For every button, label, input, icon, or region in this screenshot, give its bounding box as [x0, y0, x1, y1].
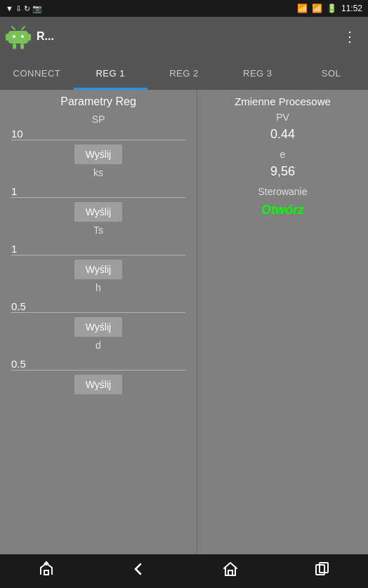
e-value: 9,56 [206, 164, 360, 179]
h-value: 0.5 [11, 300, 185, 312]
tab-reg2[interactable]: REG 2 [147, 56, 221, 90]
bluetooth-icon: 📶 [297, 4, 308, 13]
e-label: e [206, 149, 360, 160]
left-panel-title: Parametry Reg [11, 95, 185, 108]
notification-icons: ▼ ⇩ ↻ 📷 [6, 4, 42, 13]
ks-send-button[interactable]: Wyślij [74, 202, 122, 222]
status-bar: ▼ ⇩ ↻ 📷 📶 📶 🔋 11:52 [0, 0, 368, 17]
svg-rect-8 [20, 44, 24, 49]
svg-line-4 [22, 27, 25, 29]
svg-rect-0 [8, 31, 28, 44]
d-value: 0.5 [11, 358, 185, 370]
tab-bar: CONNECT REG 1 REG 2 REG 3 SOL [0, 56, 368, 90]
right-panel-title: Zmienne Procesowe [206, 95, 360, 107]
d-send-button[interactable]: Wyślij [74, 375, 122, 394]
svg-rect-7 [13, 44, 16, 49]
svg-rect-9 [44, 570, 48, 575]
sp-input-line [11, 140, 185, 140]
param-h: 0.5 Wyślij d [11, 300, 185, 351]
sp-label: SP [11, 114, 185, 125]
status-bar-right: 📶 📶 🔋 11:52 [297, 4, 362, 13]
clock: 11:52 [341, 4, 362, 13]
app-title: R... [37, 30, 54, 43]
h-label: h [11, 282, 185, 293]
svg-point-1 [13, 35, 15, 38]
tab-sol[interactable]: SOL [294, 56, 368, 90]
ts-send-button[interactable]: Wyślij [74, 260, 122, 279]
svg-rect-5 [6, 34, 9, 41]
nav-recents-icon[interactable] [308, 555, 336, 587]
svg-line-3 [12, 27, 15, 29]
pv-label: PV [206, 112, 360, 123]
ks-input-line [11, 197, 185, 198]
ts-label: Ts [11, 225, 185, 236]
otwórz-link[interactable]: Otwórz [206, 203, 360, 218]
svg-rect-11 [228, 570, 232, 575]
h-input-line [11, 312, 185, 313]
bottom-nav [0, 554, 368, 588]
main-content: Parametry Reg SP 10 Wyślij ks 1 Wyślij T… [0, 90, 368, 554]
svg-rect-6 [27, 34, 31, 41]
nav-up-icon[interactable] [32, 555, 60, 587]
d-input-line [11, 370, 185, 370]
d-label: d [11, 340, 185, 351]
ts-value: 1 [11, 243, 185, 255]
app-logo [6, 24, 31, 49]
sterowanie-label: Sterowanie [206, 186, 360, 197]
status-bar-left: ▼ ⇩ ↻ 📷 [6, 4, 42, 13]
battery-icon: 🔋 [327, 4, 337, 13]
left-panel: Parametry Reg SP 10 Wyślij ks 1 Wyślij T… [0, 90, 197, 554]
nav-home-icon[interactable] [216, 555, 244, 587]
wifi-icon: 📶 [312, 4, 322, 13]
sp-send-button[interactable]: Wyślij [74, 145, 122, 164]
param-ks: 1 Wyślij Ts [11, 185, 185, 236]
tab-connect[interactable]: CONNECT [0, 56, 74, 90]
app-bar: R... ⋮ [0, 17, 368, 56]
param-sp: SP 10 Wyślij ks [11, 114, 185, 178]
param-ts: 1 Wyślij h [11, 243, 185, 293]
ks-value: 1 [11, 185, 185, 197]
right-panel: Zmienne Procesowe PV 0.44 e 9,56 Sterowa… [197, 90, 368, 554]
h-send-button[interactable]: Wyślij [74, 317, 122, 337]
svg-point-2 [21, 35, 24, 38]
overflow-menu-button[interactable]: ⋮ [337, 25, 362, 48]
sp-value: 10 [11, 128, 185, 140]
ts-input-line [11, 255, 185, 255]
pv-value: 0.44 [206, 127, 360, 142]
tab-reg1[interactable]: REG 1 [74, 56, 147, 90]
nav-back-icon[interactable] [124, 555, 152, 587]
param-d: 0.5 Wyślij [11, 358, 185, 394]
ks-label: ks [11, 167, 185, 178]
tab-reg3[interactable]: REG 3 [221, 56, 294, 90]
